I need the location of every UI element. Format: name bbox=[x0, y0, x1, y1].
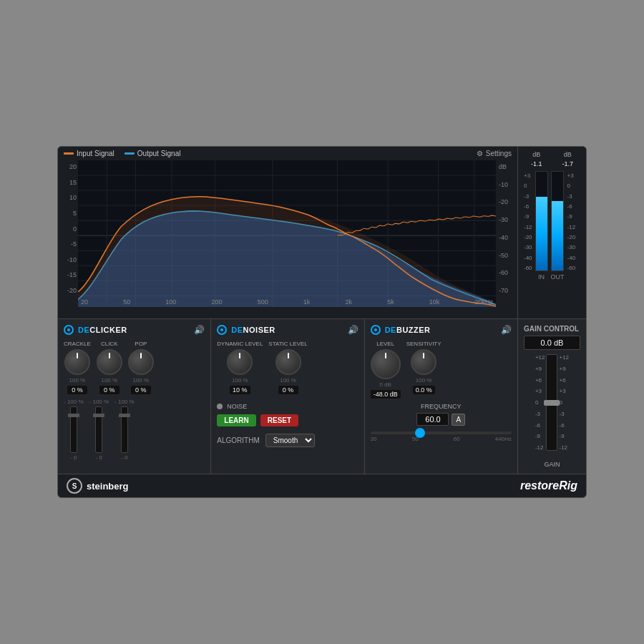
dynamic-range: 100 % bbox=[232, 377, 248, 384]
click-range: 100 % bbox=[101, 377, 117, 384]
rig-text: Rig bbox=[559, 479, 577, 492]
debuzzer-knobs: LEVEL 0 dB -48.0 dB SENSITIVITY 100 % 0.… bbox=[371, 341, 512, 399]
legend: Input Signal Output Signal bbox=[64, 150, 180, 157]
declicker-header: DECLICKER 🔊 bbox=[64, 325, 205, 335]
steinberg-brand: steinberg bbox=[87, 481, 129, 492]
gain-module: GAIN CONTROL 0.0 dB +12+9+6+30-3-6-9-12 … bbox=[518, 319, 586, 474]
legend-output: Output Signal bbox=[125, 150, 181, 157]
reset-button[interactable]: RESET bbox=[260, 414, 298, 426]
vu-db-label: dB bbox=[532, 151, 540, 158]
denoiser-module: DENOISER 🔊 DYNAMIC LEVEL 100 % 10 % STAT… bbox=[211, 319, 364, 474]
pop-label: POP bbox=[135, 341, 147, 347]
sensitivity-knob-group: SENSITIVITY 100 % 0.0 % bbox=[406, 341, 441, 399]
vu-in-value: -1.1 bbox=[531, 160, 542, 167]
dynamic-knob[interactable] bbox=[227, 349, 253, 375]
denoiser-speaker-icon[interactable]: 🔊 bbox=[348, 325, 358, 335]
frequency-input[interactable] bbox=[416, 413, 449, 426]
debuzzer-power-button[interactable] bbox=[371, 325, 381, 335]
click-fader-track bbox=[95, 406, 102, 453]
crackle-label: CRACKLE bbox=[64, 341, 91, 347]
gain-fader-area: +12+9+6+30-3-6-9-12 +12+9+6+30-3-6-9-12 bbox=[524, 354, 580, 458]
level-label: LEVEL bbox=[376, 341, 394, 347]
dynamic-level-group: DYNAMIC LEVEL 100 % 10 % bbox=[217, 341, 263, 394]
learn-reset-row: LEARN RESET bbox=[217, 414, 358, 426]
dynamic-value: 10 % bbox=[230, 386, 250, 394]
pop-value: 0 % bbox=[131, 386, 151, 394]
freq-slider-container: 20 50 60 440Hz bbox=[371, 431, 512, 442]
crackle-knob[interactable] bbox=[64, 349, 90, 375]
declicker-module: DECLICKER 🔊 CRACKLE 100 % 0 % CLICK 100 … bbox=[58, 319, 211, 474]
debuzzer-module: DEBUZZER 🔊 LEVEL 0 dB -48.0 dB SENSITIVI… bbox=[365, 319, 518, 474]
crackle-fader-track bbox=[70, 406, 77, 453]
sensitivity-knob[interactable] bbox=[411, 349, 436, 375]
denoiser-title: DENOISER bbox=[231, 326, 275, 334]
gain-scale-left: +12+9+6+30-3-6-9-12 bbox=[535, 354, 545, 451]
crackle-knob-group: CRACKLE 100 % 0 % bbox=[64, 341, 91, 394]
level-knob-group: LEVEL 0 dB -48.0 dB bbox=[371, 341, 401, 399]
noise-label: NOISE bbox=[227, 403, 247, 410]
click-label: CLICK bbox=[101, 341, 118, 347]
level-value: -48.0 dB bbox=[371, 390, 401, 399]
settings-label: Settings bbox=[486, 150, 512, 157]
freq-input-row: A bbox=[371, 413, 512, 426]
crackle-fader-handle[interactable] bbox=[68, 414, 79, 417]
noise-indicator: NOISE bbox=[217, 403, 358, 410]
x-axis: 20501002005001k2k5k10k20kHz bbox=[78, 297, 496, 307]
vu-meter: dB dB -1.1 -1.7 +30-3-6-9-12-20-30-40-60… bbox=[518, 147, 586, 318]
learn-button[interactable]: LEARN bbox=[217, 414, 255, 426]
noise-dot bbox=[217, 404, 223, 409]
y-axis-left: 20 15 10 5 0 -5 -10 -15 -20 bbox=[58, 160, 78, 307]
debuzzer-header: DEBUZZER 🔊 bbox=[371, 325, 512, 335]
pop-knob-group: POP 100 % 0 % bbox=[128, 341, 154, 394]
denoiser-power-button[interactable] bbox=[217, 325, 227, 335]
level-knob[interactable] bbox=[371, 349, 401, 379]
gear-icon: ⚙ bbox=[477, 150, 483, 157]
freq-slider-handle[interactable] bbox=[415, 428, 425, 438]
restore-text: restore bbox=[520, 479, 559, 492]
gain-fader-handle[interactable] bbox=[544, 400, 560, 406]
spectrum-area: Input Signal Output Signal ⚙ Settings 20… bbox=[58, 147, 586, 318]
pop-knob[interactable] bbox=[128, 349, 154, 375]
declicker-speaker-icon[interactable]: 🔊 bbox=[194, 325, 205, 335]
vu-header: dB dB bbox=[521, 150, 583, 160]
level-range: 0 dB bbox=[379, 381, 391, 388]
pop-fader-track bbox=[121, 406, 128, 453]
algorithm-select[interactable]: Smooth Precise bbox=[265, 434, 315, 447]
input-color bbox=[64, 152, 74, 155]
click-knob[interactable] bbox=[97, 349, 122, 375]
plugin-container: Input Signal Output Signal ⚙ Settings 20… bbox=[57, 146, 587, 498]
gain-scale-right: +12+9+6+30-3-6-9-12 bbox=[559, 354, 569, 451]
spectrum-header: Input Signal Output Signal ⚙ Settings bbox=[58, 147, 517, 160]
declicker-faders: - 100 % - 0 - 100 % - 0 - 100 % bbox=[64, 399, 205, 461]
static-level-group: STATIC LEVEL 100 % 0 % bbox=[268, 341, 307, 394]
denoiser-header: DENOISER 🔊 bbox=[217, 325, 358, 335]
gain-display: 0.0 dB bbox=[524, 336, 580, 350]
y-axis-right: dB -10 -20 -30 -40 -50 -60 -70 bbox=[496, 160, 517, 307]
pop-fader-group: - 100 % - 0 bbox=[114, 399, 135, 461]
static-knob[interactable] bbox=[275, 349, 301, 375]
debuzzer-speaker-icon[interactable]: 🔊 bbox=[501, 325, 512, 335]
gain-title: GAIN CONTROL bbox=[524, 325, 580, 333]
pop-fader-handle[interactable] bbox=[119, 414, 130, 417]
static-range: 100 % bbox=[280, 377, 296, 384]
modules-row: DECLICKER 🔊 CRACKLE 100 % 0 % CLICK 100 … bbox=[58, 318, 586, 474]
a-button[interactable]: A bbox=[452, 414, 465, 426]
click-fader-group: - 100 % - 0 bbox=[89, 399, 109, 461]
declicker-power-button[interactable] bbox=[64, 325, 74, 335]
output-color bbox=[125, 152, 135, 155]
input-legend-label: Input Signal bbox=[77, 150, 114, 157]
click-value: 0 % bbox=[99, 386, 119, 394]
footer: S steinberg restoreRig bbox=[58, 474, 586, 497]
gain-fader-track bbox=[546, 354, 557, 451]
output-legend-label: Output Signal bbox=[137, 150, 181, 157]
settings-button[interactable]: ⚙ Settings bbox=[477, 150, 512, 157]
debuzzer-title: DEBUZZER bbox=[385, 326, 431, 334]
declicker-knobs: CRACKLE 100 % 0 % CLICK 100 % 0 % POP 10… bbox=[64, 341, 205, 394]
vu-out-value: -1.7 bbox=[562, 160, 573, 167]
sensitivity-range: 100 % bbox=[416, 377, 432, 384]
steinberg-icon: S bbox=[67, 478, 82, 494]
chart-wrapper: 20 15 10 5 0 -5 -10 -15 -20 bbox=[58, 160, 517, 307]
vu-db-label2: dB bbox=[564, 151, 572, 158]
chart-area: 20501002005001k2k5k10k20kHz bbox=[78, 160, 496, 307]
click-fader-handle[interactable] bbox=[93, 414, 104, 417]
